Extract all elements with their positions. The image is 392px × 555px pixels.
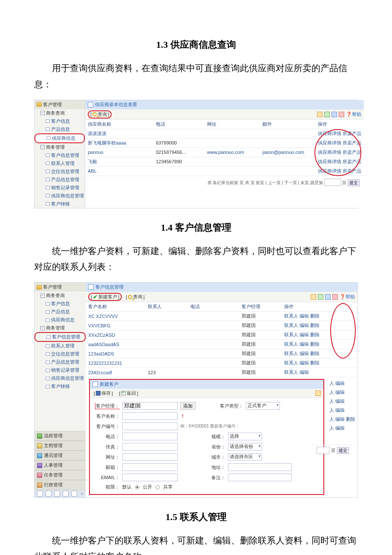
toolbar-icon[interactable] (311, 294, 316, 300)
supplier-link[interactable]: 飞毅 (88, 159, 97, 164)
toolbar-icon[interactable] (315, 390, 321, 396)
new-customer-button[interactable]: [✔ 新建客户] (88, 293, 122, 301)
tree-leaf[interactable]: 产品信息管理 (35, 358, 86, 366)
row-actions[interactable]: 供应商详情 所卖产品 (318, 168, 361, 174)
save-button[interactable]: [ 保存] (92, 390, 114, 397)
tree-leaf[interactable]: 联系人管理 (35, 159, 85, 168)
help-link[interactable]: ❓帮助 (340, 294, 355, 300)
toolbar-icon[interactable] (317, 112, 323, 117)
mail-link[interactable]: jason@pannuo.com (262, 150, 304, 155)
tree-leaf[interactable]: 客户转移 (35, 382, 86, 390)
bb-icon[interactable] (46, 491, 52, 497)
pager-input[interactable] (317, 447, 329, 454)
sidegroup-admin[interactable]: 行政管理 (35, 480, 86, 490)
collapse-icon[interactable] (40, 326, 45, 330)
tree-leaf[interactable]: 销售记录管理 (35, 184, 85, 192)
radio-share[interactable] (156, 485, 160, 489)
toolbar-icon[interactable] (331, 112, 337, 117)
type-select[interactable]: 正式客户 (246, 402, 280, 410)
row-actions[interactable]: 供应商详情 所卖产品 (318, 130, 361, 137)
row-actions[interactable]: 联系人 编辑 (284, 369, 355, 376)
customer-link[interactable]: XXxZCzASD (88, 332, 115, 338)
mgr-input[interactable] (122, 402, 178, 410)
mail-input[interactable] (122, 463, 178, 471)
collapse-icon[interactable] (40, 111, 45, 115)
customer-link[interactable]: VXVCBFG (88, 323, 111, 328)
site-link[interactable]: www.pannuo.com (207, 150, 244, 155)
row-actions[interactable]: 人 编辑 (328, 379, 357, 388)
tree-group-2[interactable]: 商务管理 (35, 143, 85, 151)
fax-input[interactable] (122, 443, 178, 451)
add-button[interactable]: 添加 (180, 402, 196, 410)
bb-icon[interactable] (71, 491, 77, 497)
row-actions[interactable]: 联系人 编辑 删除 (284, 322, 355, 329)
name-input[interactable] (122, 412, 178, 420)
city-select[interactable]: 请选择市区 (228, 453, 262, 461)
tree-leaf[interactable]: 联系人管理 (35, 342, 86, 350)
supplier-link[interactable]: pannuo (88, 150, 104, 155)
tree-leaf-product-info[interactable]: 产品信息 (35, 125, 85, 133)
toolbar-icon[interactable] (325, 294, 331, 300)
remark-input[interactable] (228, 474, 292, 481)
tree-leaf[interactable]: 客户信息管理 (35, 151, 85, 159)
tree-leaf[interactable]: 供应商信息管理 (35, 192, 85, 200)
supplier-link[interactable]: 新飞电脑学校aaaa (88, 140, 126, 145)
tree-leaf[interactable]: 产品信息管理 (35, 176, 85, 184)
row-actions[interactable]: 联系人 编辑 删除 (284, 313, 355, 319)
tree-leaf-customer-mgmt[interactable]: 客户信息管理 (35, 332, 86, 342)
scale-select[interactable]: 选择 (228, 433, 262, 440)
code-input[interactable] (122, 422, 178, 430)
site-input[interactable] (122, 453, 178, 461)
sidegroup-flow[interactable]: 流程管理 (35, 431, 86, 441)
addr-input[interactable] (228, 463, 292, 471)
pager-input[interactable] (324, 179, 341, 186)
row-actions[interactable]: 人 编辑 (328, 406, 357, 415)
customer-link[interactable]: 1232221231231 (88, 361, 122, 366)
tree-leaf[interactable]: 供应商信息 (35, 316, 86, 324)
prov-select[interactable]: 请选择省份 (228, 443, 262, 451)
search-button[interactable]: [ 查询] (88, 110, 112, 119)
customer-link[interactable]: sadASDasdAS (88, 342, 119, 347)
row-actions[interactable]: 联系人 编辑 删除 (284, 360, 355, 366)
customer-link[interactable]: 123asDADS (88, 351, 114, 356)
row-actions[interactable]: 供应商详情 所卖产品 (318, 149, 361, 156)
tree-leaf-customer-info[interactable]: 客户信息 (35, 117, 85, 125)
radio-public[interactable] (135, 485, 139, 489)
tree-leaf[interactable]: 交往信息管理 (35, 168, 85, 176)
pager-submit[interactable]: 提交 (348, 179, 360, 186)
sidegroup-hr[interactable]: 人事管理 (35, 460, 86, 470)
help-link[interactable]: ❓帮助 (346, 111, 361, 118)
tree-group-1[interactable]: 商务查询 (35, 109, 85, 117)
row-actions[interactable]: 供应商详情 所卖产品 (318, 159, 361, 165)
collapse-icon[interactable] (40, 294, 45, 298)
toolbar-icon[interactable] (324, 112, 330, 117)
row-actions[interactable]: 供应商详情 所卖产品 (318, 140, 361, 146)
tree-leaf[interactable]: 销售记录管理 (35, 366, 86, 374)
sidegroup-doc[interactable]: 文档管理 (35, 441, 86, 451)
row-actions[interactable]: 联系人 编辑 删除 (284, 350, 355, 357)
tree-leaf[interactable]: 供应商信息管理 (35, 374, 86, 382)
row-actions[interactable]: 人 编辑 (328, 388, 357, 397)
tree-leaf[interactable]: 客户转移 (35, 200, 85, 208)
bb-icon[interactable] (63, 491, 69, 497)
row-actions[interactable]: 联系人 编辑 删除 (284, 332, 355, 338)
bb-icon[interactable] (37, 491, 43, 497)
customer-link[interactable]: 2342cccsdf (88, 370, 112, 375)
customer-link[interactable]: XC XZCVVVV (88, 314, 118, 319)
supplier-link[interactable]: ABL (88, 168, 97, 173)
tree-leaf[interactable]: 产品信息 (35, 308, 86, 316)
sidegroup-task[interactable]: 任务管理 (35, 470, 86, 480)
tree-leaf-supplier-info[interactable]: 供应商信息 (35, 133, 85, 143)
toolbar-icon[interactable] (339, 112, 344, 117)
bb-icon[interactable] (54, 491, 60, 497)
row-actions[interactable]: 人 编辑 删除 (328, 415, 357, 424)
row-actions[interactable]: 人 编辑 (328, 424, 357, 433)
supplier-link[interactable]: 滚滚滚滚 (88, 131, 107, 136)
email-input[interactable] (122, 474, 178, 481)
collapse-icon[interactable] (40, 145, 45, 149)
row-actions[interactable]: 人 编辑 (328, 397, 357, 406)
toolbar-icon[interactable] (332, 294, 338, 300)
tree-leaf[interactable]: 交往信息管理 (35, 350, 86, 358)
toolbar-icon[interactable] (318, 294, 323, 300)
back-button[interactable]: [ 返回] (118, 390, 139, 397)
